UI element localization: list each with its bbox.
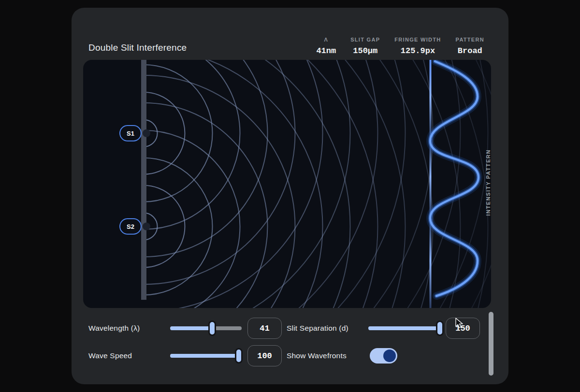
app-panel: Double Slit Interference Λ 41nm SLIT GAP… [72,8,508,384]
show-wavefronts-toggle[interactable] [370,348,397,364]
wave-speed-slider-fill [170,354,239,358]
stat-fringe-width: FRINGE WIDTH 125.9px [394,37,441,56]
slit-2-opening [143,223,150,230]
page-title: Double Slit Interference [88,42,187,53]
source-1-label: S1 [127,130,134,137]
source-2-label: S2 [127,223,134,230]
stat-wavelength-value: 41nm [316,46,336,56]
slit-separation-slider[interactable] [368,321,442,336]
simulation-canvas[interactable]: S1 S2 INTENSITY PATTERN [83,60,491,308]
show-wavefronts-toggle-knob [383,350,396,362]
stat-slit-gap-label: SLIT GAP [350,37,380,42]
show-wavefronts-label: Show Wavefronts [287,351,347,360]
wave-speed-label: Wave Speed [88,351,132,360]
wavelength-value: 41 [260,324,269,333]
stat-fringe-width-label: FRINGE WIDTH [394,37,441,42]
stat-pattern-value: Broad [458,46,482,56]
stat-slit-gap: SLIT GAP 150μm [350,37,380,56]
stat-wavelength: Λ 41nm [316,37,336,56]
stats-bar: Λ 41nm SLIT GAP 150μm FRINGE WIDTH 125.9… [316,37,484,56]
mouse-cursor-icon [455,318,465,329]
source-2-badge: S2 [119,218,142,235]
wave-simulation-svg [83,60,491,308]
slit-separation-slider-thumb[interactable] [436,321,444,336]
wavelength-label: Wavelength (λ) [88,324,140,333]
wave-speed-value: 100 [257,351,272,361]
stat-pattern: PATTERN Broad [456,37,484,56]
wave-speed-value-box[interactable]: 100 [247,345,282,366]
wavelength-slider[interactable] [170,321,242,336]
slit-separation-slider-fill [368,326,440,330]
slit-barrier [141,60,146,300]
intensity-pattern-axis-label: INTENSITY PATTERN [485,149,491,216]
stat-wavelength-label: Λ [324,37,328,42]
stat-pattern-label: PATTERN [456,37,484,42]
wavelength-slider-thumb[interactable] [208,321,216,336]
source-1-badge: S1 [119,125,142,141]
stat-slit-gap-value: 150μm [353,46,377,56]
stat-fringe-width-value: 125.9px [401,46,435,56]
intensity-curve [430,61,478,296]
controls-scrollbar[interactable] [489,312,493,376]
wavelength-slider-fill [170,326,212,330]
slit-separation-label: Slit Separation (d) [287,324,348,333]
wave-speed-slider-thumb[interactable] [235,348,243,364]
wave-speed-slider[interactable] [170,348,242,364]
wavelength-value-box[interactable]: 41 [247,318,282,339]
slit-1-opening [143,129,150,137]
